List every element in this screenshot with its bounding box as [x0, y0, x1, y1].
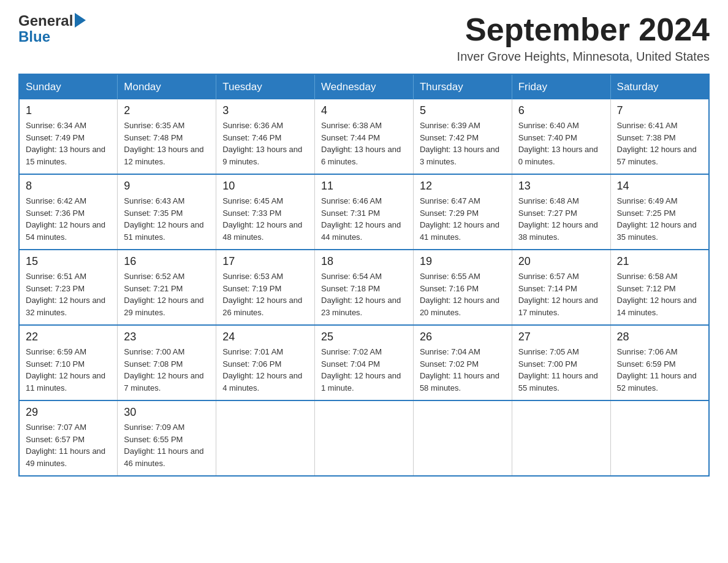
- calendar-cell: 20 Sunrise: 6:57 AMSunset: 7:14 PMDaylig…: [512, 250, 610, 325]
- calendar-cell: 27 Sunrise: 7:05 AMSunset: 7:00 PMDaylig…: [512, 325, 610, 400]
- day-info: Sunrise: 6:42 AMSunset: 7:36 PMDaylight:…: [26, 195, 111, 243]
- day-number: 27: [518, 331, 604, 343]
- calendar-cell: 15 Sunrise: 6:51 AMSunset: 7:23 PMDaylig…: [19, 250, 118, 325]
- calendar-cell: [216, 400, 315, 476]
- logo: General Blue: [18, 12, 86, 45]
- calendar-cell: [512, 400, 610, 476]
- weekday-header-tuesday: Tuesday: [216, 74, 315, 99]
- day-number: 14: [617, 180, 702, 193]
- day-number: 30: [124, 406, 210, 419]
- day-info: Sunrise: 6:55 AMSunset: 7:16 PMDaylight:…: [420, 270, 506, 318]
- calendar-cell: 26 Sunrise: 7:04 AMSunset: 7:02 PMDaylig…: [413, 325, 512, 400]
- logo-blue-text: Blue: [18, 28, 50, 45]
- day-info: Sunrise: 7:02 AMSunset: 7:04 PMDaylight:…: [321, 346, 407, 394]
- day-number: 18: [321, 255, 407, 268]
- day-info: Sunrise: 7:09 AMSunset: 6:55 PMDaylight:…: [124, 421, 210, 469]
- day-info: Sunrise: 7:00 AMSunset: 7:08 PMDaylight:…: [124, 346, 210, 394]
- calendar-cell: 24 Sunrise: 7:01 AMSunset: 7:06 PMDaylig…: [216, 325, 315, 400]
- day-number: 19: [420, 255, 506, 268]
- calendar-cell: 21 Sunrise: 6:58 AMSunset: 7:12 PMDaylig…: [610, 250, 709, 325]
- day-number: 25: [321, 331, 407, 343]
- day-info: Sunrise: 6:48 AMSunset: 7:27 PMDaylight:…: [518, 195, 604, 243]
- weekday-header-friday: Friday: [512, 74, 610, 99]
- day-info: Sunrise: 6:45 AMSunset: 7:33 PMDaylight:…: [222, 195, 308, 243]
- day-number: 21: [617, 255, 702, 268]
- calendar-cell: 28 Sunrise: 7:06 AMSunset: 6:59 PMDaylig…: [610, 325, 709, 400]
- day-number: 7: [617, 104, 702, 117]
- calendar-cell: 12 Sunrise: 6:47 AMSunset: 7:29 PMDaylig…: [413, 174, 512, 250]
- day-number: 29: [26, 406, 111, 419]
- day-info: Sunrise: 6:41 AMSunset: 7:38 PMDaylight:…: [617, 120, 702, 167]
- day-number: 24: [222, 331, 308, 343]
- calendar-cell: 2 Sunrise: 6:35 AMSunset: 7:48 PMDayligh…: [118, 99, 216, 174]
- weekday-header-sunday: Sunday: [19, 74, 118, 99]
- calendar-week-row: 29 Sunrise: 7:07 AMSunset: 6:57 PMDaylig…: [19, 400, 709, 476]
- day-number: 20: [518, 255, 604, 268]
- day-number: 17: [222, 255, 308, 268]
- calendar-cell: 23 Sunrise: 7:00 AMSunset: 7:08 PMDaylig…: [118, 325, 216, 400]
- weekday-header-thursday: Thursday: [413, 74, 512, 99]
- weekday-header-monday: Monday: [118, 74, 216, 99]
- calendar-cell: 19 Sunrise: 6:55 AMSunset: 7:16 PMDaylig…: [413, 250, 512, 325]
- day-number: 4: [321, 104, 407, 117]
- day-info: Sunrise: 6:52 AMSunset: 7:21 PMDaylight:…: [124, 270, 210, 318]
- calendar-week-row: 1 Sunrise: 6:34 AMSunset: 7:49 PMDayligh…: [19, 99, 709, 174]
- day-info: Sunrise: 6:36 AMSunset: 7:46 PMDaylight:…: [222, 120, 308, 167]
- day-number: 26: [420, 331, 506, 343]
- calendar-cell: 10 Sunrise: 6:45 AMSunset: 7:33 PMDaylig…: [216, 174, 315, 250]
- calendar-table: SundayMondayTuesdayWednesdayThursdayFrid…: [18, 74, 710, 477]
- calendar-cell: 22 Sunrise: 6:59 AMSunset: 7:10 PMDaylig…: [19, 325, 118, 400]
- day-number: 2: [124, 104, 210, 117]
- calendar-cell: 25 Sunrise: 7:02 AMSunset: 7:04 PMDaylig…: [315, 325, 414, 400]
- day-info: Sunrise: 6:53 AMSunset: 7:19 PMDaylight:…: [222, 270, 308, 318]
- day-number: 28: [617, 331, 702, 343]
- weekday-header-wednesday: Wednesday: [315, 74, 414, 99]
- day-number: 3: [222, 104, 308, 117]
- day-info: Sunrise: 6:43 AMSunset: 7:35 PMDaylight:…: [124, 195, 210, 243]
- calendar-cell: 7 Sunrise: 6:41 AMSunset: 7:38 PMDayligh…: [610, 99, 709, 174]
- day-info: Sunrise: 7:04 AMSunset: 7:02 PMDaylight:…: [420, 346, 506, 394]
- logo-general-text: General: [18, 12, 73, 29]
- day-info: Sunrise: 6:54 AMSunset: 7:18 PMDaylight:…: [321, 270, 407, 318]
- calendar-cell: 8 Sunrise: 6:42 AMSunset: 7:36 PMDayligh…: [19, 174, 118, 250]
- day-info: Sunrise: 7:01 AMSunset: 7:06 PMDaylight:…: [222, 346, 308, 394]
- weekday-header-saturday: Saturday: [610, 74, 709, 99]
- calendar-week-row: 8 Sunrise: 6:42 AMSunset: 7:36 PMDayligh…: [19, 174, 709, 250]
- day-info: Sunrise: 6:35 AMSunset: 7:48 PMDaylight:…: [124, 120, 210, 167]
- calendar-week-row: 15 Sunrise: 6:51 AMSunset: 7:23 PMDaylig…: [19, 250, 709, 325]
- calendar-cell: 14 Sunrise: 6:49 AMSunset: 7:25 PMDaylig…: [610, 174, 709, 250]
- day-info: Sunrise: 6:49 AMSunset: 7:25 PMDaylight:…: [617, 195, 702, 243]
- day-number: 12: [420, 180, 506, 193]
- calendar-cell: 30 Sunrise: 7:09 AMSunset: 6:55 PMDaylig…: [118, 400, 216, 476]
- calendar-cell: 11 Sunrise: 6:46 AMSunset: 7:31 PMDaylig…: [315, 174, 414, 250]
- day-number: 8: [26, 180, 111, 193]
- day-number: 16: [124, 255, 210, 268]
- day-info: Sunrise: 6:58 AMSunset: 7:12 PMDaylight:…: [617, 270, 702, 318]
- day-info: Sunrise: 6:38 AMSunset: 7:44 PMDaylight:…: [321, 120, 407, 167]
- day-info: Sunrise: 7:06 AMSunset: 6:59 PMDaylight:…: [617, 346, 702, 394]
- weekday-header-row: SundayMondayTuesdayWednesdayThursdayFrid…: [19, 74, 709, 99]
- calendar-cell: 5 Sunrise: 6:39 AMSunset: 7:42 PMDayligh…: [413, 99, 512, 174]
- day-info: Sunrise: 6:51 AMSunset: 7:23 PMDaylight:…: [26, 270, 111, 318]
- calendar-cell: 16 Sunrise: 6:52 AMSunset: 7:21 PMDaylig…: [118, 250, 216, 325]
- day-info: Sunrise: 6:40 AMSunset: 7:40 PMDaylight:…: [518, 120, 604, 167]
- calendar-cell: 1 Sunrise: 6:34 AMSunset: 7:49 PMDayligh…: [19, 99, 118, 174]
- day-info: Sunrise: 6:39 AMSunset: 7:42 PMDaylight:…: [420, 120, 506, 167]
- title-area: September 2024 Inver Grove Heights, Minn…: [457, 12, 710, 64]
- logo-arrow-icon: [75, 13, 86, 28]
- day-number: 5: [420, 104, 506, 117]
- day-number: 22: [26, 331, 111, 343]
- day-number: 1: [26, 104, 111, 117]
- calendar-cell: 13 Sunrise: 6:48 AMSunset: 7:27 PMDaylig…: [512, 174, 610, 250]
- page-header: General Blue September 2024 Inver Grove …: [18, 12, 710, 64]
- day-info: Sunrise: 6:57 AMSunset: 7:14 PMDaylight:…: [518, 270, 604, 318]
- calendar-cell: [413, 400, 512, 476]
- day-info: Sunrise: 7:05 AMSunset: 7:00 PMDaylight:…: [518, 346, 604, 394]
- calendar-cell: 6 Sunrise: 6:40 AMSunset: 7:40 PMDayligh…: [512, 99, 610, 174]
- day-number: 9: [124, 180, 210, 193]
- day-info: Sunrise: 6:59 AMSunset: 7:10 PMDaylight:…: [26, 346, 111, 394]
- day-number: 6: [518, 104, 604, 117]
- day-number: 13: [518, 180, 604, 193]
- day-number: 15: [26, 255, 111, 268]
- calendar-week-row: 22 Sunrise: 6:59 AMSunset: 7:10 PMDaylig…: [19, 325, 709, 400]
